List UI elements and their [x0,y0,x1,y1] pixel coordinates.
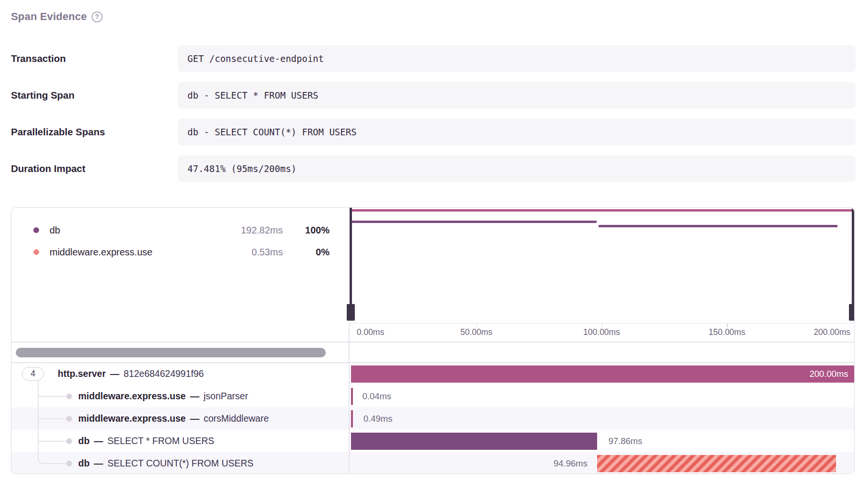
span-row-cors-middleware[interactable]: middleware.express.use—corsMiddleware 0.… [11,407,854,430]
span-row-db-count[interactable]: db—SELECT COUNT(*) FROM USERS 94.96ms [11,452,854,474]
trace-minimap [351,208,854,310]
minimap-left-drag-handle[interactable] [347,304,355,321]
minimap-bar-db-count [599,225,837,227]
span-op: http.server [58,368,106,379]
evidence-value: db - SELECT COUNT(*) FROM USERS [178,119,856,145]
span-description: corsMiddleware [204,413,269,424]
evidence-value: db - SELECT * FROM USERS [178,82,856,109]
span-bar-db-select[interactable] [351,433,597,450]
axis-tick-label: 0.00ms [357,324,384,342]
span-duration-label: 0.49ms [363,407,393,430]
span-op: middleware.express.use [78,413,186,424]
evidence-row-starting-span: Starting Span db - SELECT * FROM USERS [11,82,856,109]
evidence-value: GET /consecutive-endpoint [178,45,856,72]
span-duration-label: 97.86ms [609,430,642,452]
axis-tick-label: 200.00ms [814,324,850,342]
dash-separator: — [94,435,103,446]
dash-separator: — [190,413,199,424]
tree-node-dot-icon [66,416,72,422]
section-header: Span Evidence ? [11,10,103,23]
legend-duration: 0.53ms [226,247,283,258]
minimap-right-boundary [852,208,854,305]
span-row-title: db—SELECT COUNT(*) FROM USERS [78,452,254,474]
evidence-label: Transaction [11,45,178,72]
tree-connector [38,418,66,420]
span-description: SELECT * FROM USERS [107,435,214,446]
span-op: db [78,435,90,446]
span-row-title: middleware.express.use—corsMiddleware [78,407,269,430]
axis-tick-label: 50.00ms [460,324,492,342]
minimap-bar-http-server [351,209,854,212]
span-bar-db-count-striped[interactable] [597,455,836,472]
tree-node-dot-icon [66,394,72,399]
span-description: SELECT COUNT(*) FROM USERS [107,458,253,469]
page-title: Span Evidence [11,10,87,23]
span-duration-label: 200.00ms [809,365,848,383]
span-duration-label: 0.04ms [362,385,392,407]
span-bar-json-parser[interactable] [351,388,353,405]
time-axis: 0.00ms 50.00ms 100.00ms 150.00ms 200.00m… [349,323,854,342]
evidence-label: Starting Span [11,82,178,109]
minimap-bar-db-select [351,221,597,223]
evidence-label: Duration Impact [11,155,178,182]
tree-connector [38,441,66,442]
span-legend: db 192.82ms 100% middleware.express.use … [11,219,349,263]
dash-separator: — [94,458,103,469]
span-row-title: middleware.express.use—jsonParser [78,385,248,407]
span-waterfall-panel: db 192.82ms 100% middleware.express.use … [11,207,855,474]
minimap-right-drag-handle[interactable] [849,304,855,321]
span-evidence-page: Span Evidence ? Transaction GET /consecu… [0,0,868,486]
middleware-legend-dot-icon [33,249,39,255]
span-row-db-select[interactable]: db—SELECT * FROM USERS 97.86ms [11,430,854,452]
evidence-row-parallelizable-spans: Parallelizable Spans db - SELECT COUNT(*… [11,119,856,145]
time-axis-lane: 0.00ms 50.00ms 100.00ms 150.00ms 200.00m… [351,324,852,342]
span-row-title: db—SELECT * FROM USERS [78,430,214,452]
evidence-row-transaction: Transaction GET /consecutive-endpoint [11,45,856,72]
span-row-http-server[interactable]: 4 http.server—812e684624991f96 200.00ms [11,363,854,385]
legend-op-name: db [50,225,226,236]
span-op: db [78,458,90,469]
minimap-left-boundary [350,208,352,305]
tree-scrollbar-track [11,343,349,363]
tree-connector-elbow [38,458,67,464]
span-description: 812e684624991f96 [124,368,204,379]
evidence-label: Parallelizable Spans [11,119,178,145]
tree-connector-vertical [38,381,39,459]
evidence-row-duration-impact: Duration Impact 47.481% (95ms/200ms) [11,155,856,182]
span-count-badge[interactable]: 4 [22,367,44,381]
dash-separator: — [190,391,199,402]
span-duration-label: 94.96ms [554,452,588,474]
span-description: jsonParser [204,391,248,402]
tree-chart-divider [349,323,350,474]
legend-percent: 100% [283,225,330,236]
legend-duration: 192.82ms [226,225,283,236]
tree-scrollbar-thumb[interactable] [16,348,326,357]
evidence-value: 47.481% (95ms/200ms) [178,155,856,182]
dash-separator: — [110,368,120,379]
legend-percent: 0% [283,247,330,258]
span-bar-cors-middleware[interactable] [351,410,353,427]
legend-op-name: middleware.express.use [50,247,226,258]
tree-connector [38,396,66,397]
help-icon[interactable]: ? [92,11,103,22]
legend-item-db: db 192.82ms 100% [11,219,349,241]
span-row-json-parser[interactable]: middleware.express.use—jsonParser 0.04ms [11,385,854,407]
span-bar-http-server[interactable]: 200.00ms [351,365,854,383]
axis-tick-label: 100.00ms [583,324,620,342]
span-row-title: http.server—812e684624991f96 [58,363,204,385]
db-legend-dot-icon [33,227,39,233]
axis-tick-label: 150.00ms [709,324,745,342]
span-op: middleware.express.use [78,391,186,402]
tree-node-dot-icon [66,438,72,444]
legend-item-middleware: middleware.express.use 0.53ms 0% [11,241,349,263]
tree-node-dot-icon [66,461,72,466]
